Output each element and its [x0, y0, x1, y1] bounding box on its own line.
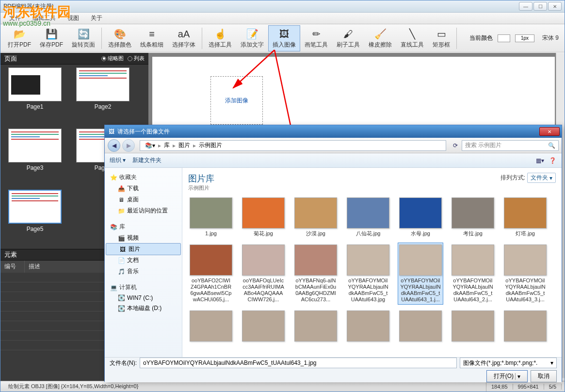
- image-placeholder[interactable]: 添加图像: [210, 76, 263, 125]
- back-button[interactable]: ◀: [108, 139, 120, 152]
- menu-item[interactable]: 关于: [86, 13, 107, 24]
- search-icon: 🔍: [548, 142, 555, 149]
- minimize-button[interactable]: —: [519, 2, 533, 11]
- file-name: 考拉.jpg: [463, 230, 483, 237]
- sort-dropdown[interactable]: 文件夹▾: [527, 173, 556, 183]
- file-item[interactable]: oYYBAFOYMOiIYQYRAALbjaulNdkAABmFwC5_tUAA…: [450, 243, 496, 305]
- file-item[interactable]: 1.jpg: [188, 196, 234, 239]
- tool-线条粗细[interactable]: ≡线条粗细: [136, 25, 168, 51]
- tree-item[interactable]: 🖥桌面: [105, 194, 182, 205]
- breadcrumb-segment[interactable]: 示例图片: [196, 141, 225, 149]
- file-item[interactable]: [502, 309, 548, 343]
- open-button[interactable]: 打开(O)▾: [486, 370, 528, 382]
- file-item[interactable]: 菊花.jpg: [241, 196, 286, 239]
- stroke-display[interactable]: 1px: [515, 34, 534, 42]
- font-display[interactable]: 宋体 9: [539, 34, 562, 42]
- tool-选择工具[interactable]: ☝选择工具: [204, 25, 236, 51]
- file-item[interactable]: 水母.jpg: [398, 196, 443, 239]
- forward-button[interactable]: ▶: [122, 139, 135, 152]
- favorites-header[interactable]: ⭐收藏夹: [105, 172, 182, 183]
- page-thumbnail[interactable]: Page5: [3, 190, 66, 246]
- tool-添加文字[interactable]: 📝添加文字: [236, 25, 268, 51]
- tool-直线工具[interactable]: ╲直线工具: [396, 25, 428, 51]
- tool-label: 旋转页面: [72, 41, 95, 49]
- cancel-button[interactable]: 取消: [531, 370, 557, 382]
- file-item[interactable]: [345, 309, 391, 343]
- organize-button[interactable]: 组织 ▾: [110, 156, 126, 164]
- tree-item[interactable]: 📥下载: [105, 183, 182, 194]
- tool-矩形框[interactable]: ▭矩形框: [428, 25, 454, 51]
- file-item[interactable]: oYYBAFOYMOiIYQYRAALbjaulNdkAABmFwC5_tUAA…: [345, 243, 391, 305]
- tool-橡皮擦除[interactable]: 🧹橡皮擦除: [364, 25, 396, 51]
- tree-item[interactable]: 🎬视频: [105, 232, 182, 244]
- tool-插入图像[interactable]: 🖼插入图像: [268, 25, 300, 51]
- file-item[interactable]: [450, 309, 496, 343]
- file-item[interactable]: ooYBAFO2CIWIZ4GPAAh1CnBR6gwAABsewI5CpwAC…: [188, 243, 234, 305]
- tool-选择字体[interactable]: aA选择字体: [168, 25, 200, 51]
- tool-打开PDF[interactable]: 📂打开PDF: [3, 25, 35, 51]
- tool-画笔工具[interactable]: ✏画笔工具: [300, 25, 332, 51]
- dialog-nav-bar: ◀ ▶ 📚▾ ▸库▸图片▸示例图片 ⟳ 搜索 示例图片 🔍: [105, 138, 562, 153]
- tool-刷子工具[interactable]: 🖌刷子工具: [332, 25, 364, 51]
- file-thumbnail: [399, 245, 442, 276]
- breadcrumb[interactable]: 📚▾ ▸库▸图片▸示例图片: [140, 140, 446, 151]
- tree-item[interactable]: 📄文档: [105, 255, 182, 266]
- tree-item[interactable]: 💽本地磁盘 (D:): [105, 303, 182, 314]
- library-header[interactable]: 📚库: [105, 221, 182, 232]
- file-item[interactable]: 灯塔.jpg: [502, 196, 548, 239]
- view-button[interactable]: ▦▾: [535, 156, 544, 165]
- new-folder-button[interactable]: 新建文件夹: [132, 156, 161, 164]
- file-item[interactable]: 沙漠.jpg: [293, 196, 339, 239]
- file-name: oYYBAFOYMOiIYQYRAALbjaulNdkAABmFwC5_tUAA…: [504, 278, 546, 303]
- page-thumbnail[interactable]: Page3: [3, 129, 66, 185]
- thumbnail-radio[interactable]: 缩略图: [101, 55, 124, 62]
- file-thumbnail: [504, 197, 547, 229]
- color-display[interactable]: [498, 34, 510, 42]
- folder-icon: 📁: [117, 208, 125, 214]
- file-item[interactable]: 八仙花.jpg: [345, 196, 391, 239]
- refresh-button[interactable]: ⟳: [451, 142, 460, 149]
- breadcrumb-segment[interactable]: 图片: [176, 141, 193, 149]
- tool-icon: 🖼: [277, 28, 291, 41]
- tool-旋转页面[interactable]: 🔄旋转页面: [67, 25, 99, 51]
- tool-icon: aA: [177, 28, 191, 41]
- library-icon[interactable]: 📚▾: [142, 142, 158, 149]
- file-item[interactable]: oYYBAFNq6-aINbCMAAunFiEx0u0AABg6QHDZMIAC…: [293, 243, 339, 305]
- page-thumbnail[interactable]: Page1: [3, 67, 66, 124]
- page-thumbnail[interactable]: Page2: [71, 67, 134, 124]
- watermark: 河东软件园 www.pc0359.cn: [3, 3, 71, 27]
- dialog-footer: 文件名(N): 图像文件(*.jpg;*.bmp;*.png;*. ▾ 打开(O…: [105, 357, 562, 382]
- library-subtitle: 示例图片: [188, 184, 214, 192]
- drive-icon: 💽: [117, 305, 125, 312]
- tool-选择颜色[interactable]: 🎨选择颜色: [104, 25, 136, 51]
- tree-item[interactable]: 💽WIN7 (C:): [105, 293, 182, 303]
- tool-icon: ▭: [435, 28, 448, 41]
- file-item[interactable]: 考拉.jpg: [450, 196, 496, 239]
- file-item[interactable]: [398, 309, 443, 343]
- tree-item[interactable]: 🎵音乐: [105, 266, 182, 277]
- filename-input[interactable]: [140, 358, 457, 368]
- breadcrumb-segment[interactable]: 库: [161, 141, 173, 149]
- file-item[interactable]: oYYBAFOYMOiIYQYRAALbjaulNdkAABmFwC5_tUAA…: [398, 243, 443, 305]
- status-page-count: 5/5: [544, 384, 562, 390]
- file-item[interactable]: oYYBAFOYMOiIYQYRAALbjaulNdkAABmFwC5_tUAA…: [502, 243, 548, 305]
- list-radio[interactable]: 列表: [128, 55, 145, 62]
- file-item[interactable]: [293, 309, 339, 343]
- tree-item[interactable]: 📁最近访问的位置: [105, 205, 182, 216]
- folder-icon: 🎵: [117, 268, 125, 275]
- tree-item[interactable]: 🖼图片: [106, 243, 181, 255]
- tool-保存PDF[interactable]: 💾保存PDF: [35, 25, 67, 51]
- computer-header[interactable]: 💻计算机: [105, 282, 182, 293]
- file-name: 菊花.jpg: [254, 230, 273, 237]
- file-item[interactable]: ooYBAFOqLUeIccc3AAiFfriRUIMAABo4AQAQAAAC…: [241, 243, 286, 305]
- dialog-close-button[interactable]: ✕: [539, 127, 560, 136]
- filetype-dropdown[interactable]: 图像文件(*.jpg;*.bmp;*.png;*. ▾: [460, 358, 557, 368]
- folder-icon: 🎬: [117, 235, 125, 242]
- help-button[interactable]: ❓: [548, 156, 557, 165]
- search-input[interactable]: 搜索 示例图片 🔍: [462, 140, 559, 151]
- maximize-button[interactable]: ☐: [533, 2, 547, 11]
- status-bar: 绘制元素 OBJ3 [图像] {X=184,Y=85,Width=0,Heigh…: [0, 381, 565, 392]
- file-item[interactable]: [188, 309, 234, 343]
- file-item[interactable]: [241, 309, 286, 343]
- close-button[interactable]: ✕: [548, 2, 562, 11]
